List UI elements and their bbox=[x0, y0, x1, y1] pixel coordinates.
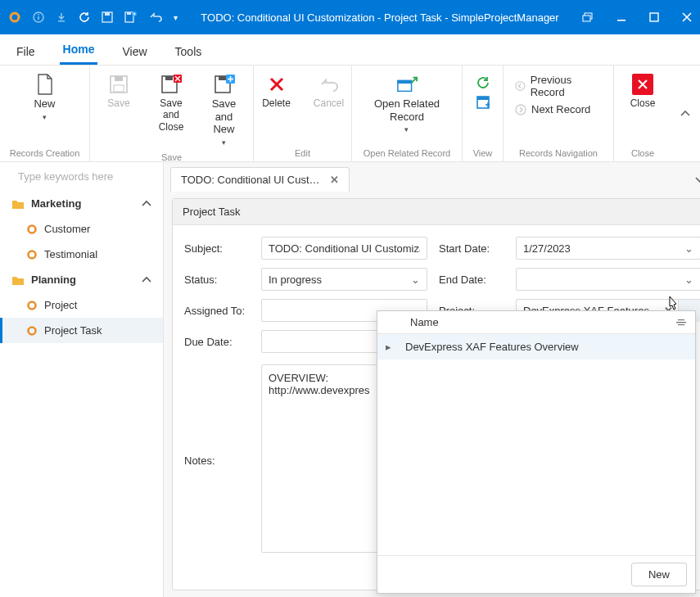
svg-point-31 bbox=[29, 251, 36, 258]
search-box[interactable] bbox=[0, 162, 163, 191]
menu-view[interactable]: View bbox=[119, 38, 150, 65]
refresh-view-icon[interactable] bbox=[474, 74, 492, 92]
enddate-input[interactable]: ⌄ bbox=[516, 268, 700, 291]
next-record-button[interactable]: Next Record bbox=[515, 103, 602, 115]
svg-rect-34 bbox=[676, 322, 686, 323]
window-controls bbox=[582, 12, 692, 22]
close-button[interactable]: Close bbox=[621, 70, 665, 112]
group-caption: Edit bbox=[260, 147, 345, 158]
svg-point-27 bbox=[516, 82, 525, 91]
status-label: Status: bbox=[184, 274, 250, 286]
new-file-icon bbox=[34, 74, 56, 95]
refresh-icon[interactable] bbox=[79, 11, 90, 23]
close-window-icon[interactable] bbox=[682, 12, 692, 22]
column-config-icon[interactable] bbox=[675, 319, 687, 327]
svg-rect-18 bbox=[165, 76, 173, 80]
new-button[interactable]: New▾ bbox=[23, 70, 67, 125]
svg-rect-4 bbox=[58, 20, 65, 22]
row-indicator-icon: ▸ bbox=[386, 341, 397, 353]
gear-icon bbox=[26, 224, 38, 235]
group-caption: Close bbox=[621, 147, 665, 158]
svg-point-32 bbox=[29, 301, 36, 309]
popup-row[interactable]: ▸ DevExpress XAF Features Overview bbox=[377, 334, 695, 360]
group-caption: View bbox=[469, 147, 496, 158]
column-name[interactable]: Name bbox=[410, 316, 439, 328]
popup-new-button[interactable]: New bbox=[631, 563, 687, 586]
svg-point-0 bbox=[11, 13, 19, 21]
undo-icon[interactable] bbox=[149, 12, 162, 22]
nav-item-testimonial[interactable]: Testimonial bbox=[0, 242, 163, 267]
svg-rect-12 bbox=[617, 20, 625, 21]
subject-label: Subject: bbox=[184, 242, 250, 255]
svg-rect-15 bbox=[115, 76, 123, 81]
open-related-button[interactable]: Open Related Record▾ bbox=[369, 70, 445, 138]
svg-rect-36 bbox=[678, 324, 684, 325]
group-caption: Records Navigation bbox=[510, 147, 607, 158]
startdate-input[interactable]: ⌄ bbox=[516, 237, 700, 260]
save-new-button[interactable]: Save and New▾ bbox=[201, 70, 246, 151]
save-icon[interactable] bbox=[102, 11, 113, 23]
group-caption: Save bbox=[97, 151, 246, 162]
collapse-ribbon-icon[interactable] bbox=[680, 110, 690, 118]
ribbon: New▾ Records Creation Save Save and Clos… bbox=[0, 66, 700, 162]
card-header: Project Task bbox=[173, 199, 700, 225]
chevron-up-icon bbox=[142, 200, 151, 208]
popup-footer: New bbox=[377, 555, 695, 593]
save-close-icon bbox=[160, 74, 182, 95]
svg-point-33 bbox=[29, 327, 36, 334]
svg-rect-26 bbox=[477, 97, 489, 100]
tab-label: TODO: Conditional UI Cust… bbox=[181, 174, 320, 186]
subject-input[interactable] bbox=[261, 237, 427, 260]
restore-down-icon[interactable] bbox=[582, 12, 594, 22]
chevron-down-icon[interactable]: ⌄ bbox=[680, 274, 693, 286]
status-input[interactable]: ⌄ bbox=[261, 268, 427, 291]
nav-item-customer[interactable]: Customer bbox=[0, 216, 163, 242]
menu-home[interactable]: Home bbox=[60, 36, 98, 65]
svg-rect-8 bbox=[127, 12, 131, 15]
notes-label: Notes: bbox=[184, 364, 250, 467]
save-close-button[interactable]: Save and Close bbox=[149, 70, 193, 136]
nav-item-project-task[interactable]: Project Task bbox=[0, 318, 163, 343]
folder-icon bbox=[11, 198, 25, 210]
menu-tools[interactable]: Tools bbox=[172, 38, 205, 65]
svg-rect-2 bbox=[38, 16, 39, 20]
menu-file[interactable]: File bbox=[13, 38, 38, 65]
previous-record-button[interactable]: Previous Record bbox=[515, 74, 602, 98]
layout-view-icon[interactable] bbox=[474, 93, 492, 111]
delete-icon bbox=[266, 74, 287, 95]
svg-rect-6 bbox=[105, 12, 110, 16]
svg-rect-13 bbox=[650, 13, 658, 21]
gear-icon bbox=[26, 249, 38, 260]
assigned-label: Assigned To: bbox=[184, 305, 250, 317]
svg-point-30 bbox=[29, 225, 36, 233]
gear-icon bbox=[26, 300, 38, 311]
nav-group-marketing[interactable]: Marketing bbox=[0, 191, 163, 216]
gear-icon[interactable] bbox=[8, 11, 21, 24]
titlebar: ▾ TODO: Conditional UI Customization - P… bbox=[0, 0, 700, 34]
svg-rect-21 bbox=[219, 76, 226, 80]
menubar: File Home View Tools bbox=[0, 34, 700, 66]
gear-icon bbox=[26, 325, 38, 337]
minimize-icon[interactable] bbox=[616, 12, 626, 22]
chevron-down-icon[interactable]: ⌄ bbox=[406, 274, 420, 286]
svg-rect-35 bbox=[678, 319, 684, 320]
cancel-button[interactable]: Cancel bbox=[307, 70, 351, 112]
tab-row: TODO: Conditional UI Cust… ✕ bbox=[164, 162, 700, 192]
delete-button[interactable]: Delete bbox=[255, 70, 299, 112]
nav-item-project[interactable]: Project bbox=[0, 292, 163, 318]
svg-point-28 bbox=[516, 105, 526, 115]
tab-project-task[interactable]: TODO: Conditional UI Cust… ✕ bbox=[170, 167, 350, 192]
tab-menu-icon[interactable] bbox=[695, 175, 700, 183]
search-input[interactable] bbox=[18, 170, 156, 183]
chevron-down-icon[interactable]: ⌄ bbox=[680, 242, 693, 255]
group-caption: Open Related Record bbox=[359, 147, 455, 158]
startdate-label: Start Date: bbox=[439, 242, 504, 255]
save-new-icon[interactable] bbox=[124, 11, 138, 23]
close-tab-icon[interactable]: ✕ bbox=[330, 174, 339, 186]
maximize-icon[interactable] bbox=[649, 12, 659, 22]
download-icon[interactable] bbox=[56, 11, 67, 23]
info-icon[interactable] bbox=[33, 11, 44, 23]
popup-header: Name bbox=[377, 311, 695, 334]
nav-group-planning[interactable]: Planning bbox=[0, 267, 163, 292]
save-button[interactable]: Save bbox=[97, 70, 141, 112]
